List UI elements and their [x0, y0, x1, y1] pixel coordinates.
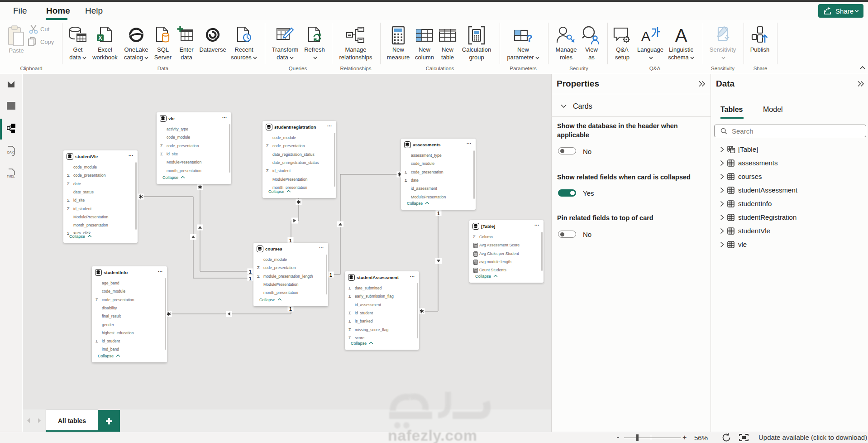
svg-text:1: 1 — [329, 272, 332, 278]
svg-text:1: 1 — [249, 276, 252, 281]
svg-text:1: 1 — [249, 269, 252, 274]
svg-text:1: 1 — [289, 238, 292, 243]
svg-text:1: 1 — [437, 211, 440, 216]
svg-text:1: 1 — [289, 306, 292, 312]
